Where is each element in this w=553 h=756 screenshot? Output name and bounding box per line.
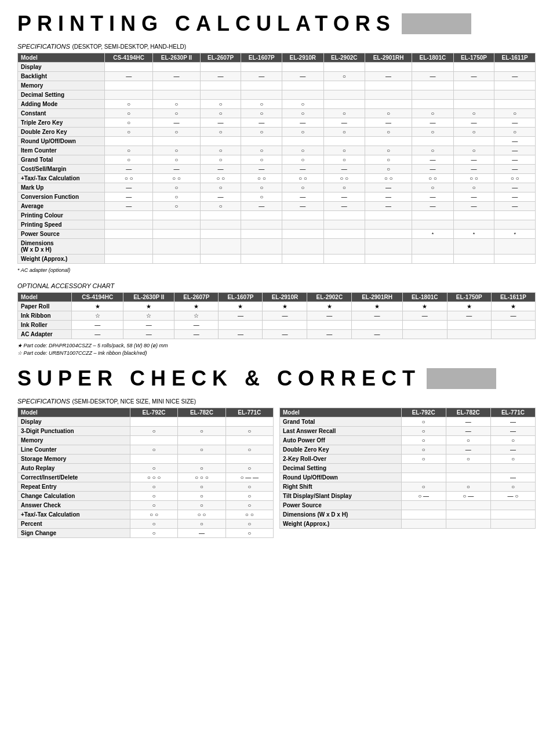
cell-17-8 bbox=[453, 220, 494, 230]
cell-19-6 bbox=[365, 239, 412, 255]
cell-12-1: — bbox=[178, 529, 225, 538]
table-row: Round Up/Off/Down— bbox=[280, 473, 536, 482]
cell-10-5: ○ bbox=[323, 155, 365, 165]
cell-0-0: ★ bbox=[72, 302, 123, 311]
col-header-5: EL-2910R bbox=[282, 53, 323, 63]
cell-1-7: — bbox=[402, 311, 447, 321]
cell-4-6 bbox=[365, 100, 412, 109]
page-title: PRINTING CALCULATORS bbox=[17, 12, 536, 36]
row-label-4: 2-Key Roll-Over bbox=[280, 455, 402, 464]
cell-18-0 bbox=[105, 230, 153, 239]
scc-two-col: ModelEL-792CEL-782CEL-771CDisplay3-Digit… bbox=[17, 408, 536, 541]
cell-4-8 bbox=[453, 100, 494, 109]
cell-11-7: — bbox=[412, 165, 453, 174]
cell-7-0: ○ bbox=[130, 482, 177, 492]
row-label-6: Round Up/Off/Down bbox=[280, 473, 402, 482]
table-row: Round Up/Off/Down— bbox=[18, 137, 536, 146]
cell-13-8: ○ bbox=[453, 183, 494, 192]
col-header-2: EL-782C bbox=[446, 408, 490, 417]
cell-0-3: ★ bbox=[219, 302, 263, 311]
col-header-4: EL-1607P bbox=[241, 53, 282, 63]
footnote2: ★ Part code: DPAPR1004CSZZ – 5 rolls/pac… bbox=[17, 343, 536, 348]
cell-3-2: — bbox=[174, 330, 219, 339]
table-row: Constant○○○○○○○○○○ bbox=[18, 109, 536, 118]
cell-5-2: ○ bbox=[225, 464, 273, 473]
cell-0-2 bbox=[200, 63, 241, 72]
cell-2-5 bbox=[307, 321, 352, 330]
cell-2-0: ○ bbox=[401, 436, 446, 445]
cell-6-4: — bbox=[282, 118, 323, 128]
table-row: Dimensions (W x D x H) bbox=[280, 510, 536, 519]
cell-6-1 bbox=[446, 473, 490, 482]
cell-14-0: — bbox=[105, 192, 153, 202]
cell-9-6: ○ bbox=[365, 146, 412, 155]
cell-2-6 bbox=[352, 321, 403, 330]
cell-4-7 bbox=[412, 100, 453, 109]
cell-10-6: ○ bbox=[365, 155, 412, 165]
cell-19-8 bbox=[453, 239, 494, 255]
cell-1-9: — bbox=[491, 311, 535, 321]
cell-6-0 bbox=[401, 473, 446, 482]
cell-9-0: ○ bbox=[105, 146, 153, 155]
cell-2-1: ○ bbox=[446, 436, 490, 445]
cell-11-9: — bbox=[494, 165, 536, 174]
row-label-16: Printing Colour bbox=[18, 211, 105, 220]
cell-0-5: ★ bbox=[307, 302, 352, 311]
row-label-0: Display bbox=[18, 417, 130, 427]
cell-0-7 bbox=[412, 63, 453, 72]
cell-0-1 bbox=[178, 417, 225, 427]
cell-18-2 bbox=[200, 230, 241, 239]
cell-5-8: ○ bbox=[453, 109, 494, 118]
cell-6-0: ○ bbox=[105, 118, 153, 128]
table-row: Display bbox=[18, 63, 536, 72]
cell-9-2: ○ bbox=[200, 146, 241, 155]
cell-0-6: ★ bbox=[352, 302, 403, 311]
footnote1: * AC adapter (optional) bbox=[17, 267, 536, 273]
cell-3-2: ○ bbox=[225, 445, 273, 455]
cell-15-7: — bbox=[412, 202, 453, 211]
row-label-7: Repeat Entry bbox=[18, 482, 130, 492]
cell-9-1 bbox=[446, 501, 490, 510]
cell-19-7 bbox=[412, 239, 453, 255]
cell-12-7: ○ ○ bbox=[412, 174, 453, 183]
cell-8-6 bbox=[365, 137, 412, 146]
row-label-8: Tilt Display/Slant Display bbox=[280, 492, 402, 501]
row-label-6: Correct/Insert/Delete bbox=[18, 473, 130, 482]
cell-15-4: — bbox=[282, 202, 323, 211]
cell-8-1: ○ — bbox=[446, 492, 490, 501]
col-header-1: EL-792C bbox=[401, 408, 446, 417]
cell-13-1: ○ bbox=[153, 183, 201, 192]
cell-7-3: ○ bbox=[241, 128, 282, 137]
cell-5-9: ○ bbox=[494, 109, 536, 118]
cell-15-1: ○ bbox=[153, 202, 201, 211]
row-label-7: Double Zero Key bbox=[18, 128, 105, 137]
cell-10-3: ○ bbox=[241, 155, 282, 165]
table-row: Memory bbox=[18, 436, 274, 445]
cell-2-0: — bbox=[72, 321, 123, 330]
cell-3-0: — bbox=[72, 330, 123, 339]
table-row: Auto Replay○○○ bbox=[18, 464, 274, 473]
cell-11-8: — bbox=[453, 165, 494, 174]
cell-16-5 bbox=[323, 211, 365, 220]
cell-10-2: ○ ○ bbox=[225, 510, 273, 519]
cell-2-4 bbox=[282, 81, 323, 90]
row-label-18: Power Source bbox=[18, 230, 105, 239]
row-label-2: Memory bbox=[18, 436, 130, 445]
cell-2-8 bbox=[453, 81, 494, 90]
table-row: Paper Roll★★★★★★★★★★ bbox=[18, 302, 536, 311]
row-label-2: Ink Roller bbox=[18, 321, 72, 330]
table-row: Percent○○○ bbox=[18, 519, 274, 529]
cell-10-0: ○ bbox=[105, 155, 153, 165]
cell-2-7 bbox=[402, 321, 447, 330]
cell-15-9: — bbox=[494, 202, 536, 211]
cell-13-2: ○ bbox=[200, 183, 241, 192]
cell-2-1 bbox=[153, 81, 201, 90]
cell-2-0 bbox=[105, 81, 153, 90]
cell-10-0: ○ ○ bbox=[130, 510, 177, 519]
cell-18-9: * bbox=[494, 230, 536, 239]
col-header-3: EL-771C bbox=[225, 408, 273, 417]
cell-9-1: ○ bbox=[178, 501, 225, 510]
cell-2-2: — bbox=[174, 321, 219, 330]
cell-0-4 bbox=[282, 63, 323, 72]
col-header-9: EL-1750P bbox=[453, 53, 494, 63]
